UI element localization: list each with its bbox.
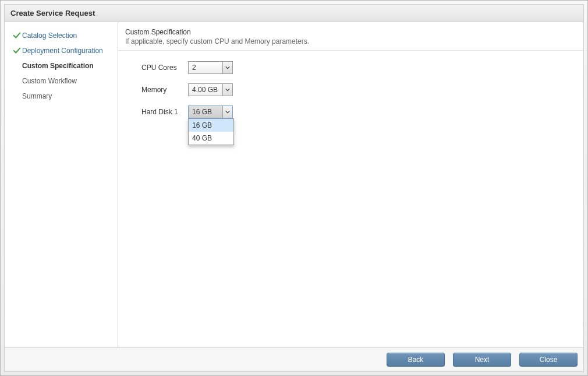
chevron-down-icon <box>222 84 232 96</box>
step-catalog-selection[interactable]: Catalog Selection <box>5 28 118 43</box>
next-button[interactable]: Next <box>453 353 511 367</box>
hard-disk-select[interactable]: 16 GB <box>188 106 233 118</box>
cpu-cores-label: CPU Cores <box>141 64 188 72</box>
step-custom-specification[interactable]: Custom Specification <box>5 58 118 73</box>
window-title-text: Create Service Request <box>10 9 95 17</box>
hard-disk-option[interactable]: 40 GB <box>189 132 233 145</box>
spec-form: CPU Cores 2 Memory 4.00 GB <box>118 51 583 125</box>
wizard-body: Catalog Selection Deployment Configurati… <box>5 22 583 347</box>
cpu-cores-value: 2 <box>189 62 222 73</box>
chevron-down-icon <box>222 62 232 73</box>
row-hard-disk-1: Hard Disk 1 16 GB <box>141 106 576 118</box>
checkmark-icon <box>12 47 22 55</box>
step-label: Custom Specification <box>22 62 94 70</box>
wizard-footer: Back Next Close <box>5 347 583 371</box>
memory-select[interactable]: 4.00 GB <box>188 83 233 96</box>
step-deployment-configuration[interactable]: Deployment Configuration <box>5 43 118 58</box>
step-label: Summary <box>22 92 52 100</box>
step-label: Custom Workflow <box>22 77 77 85</box>
cpu-cores-select[interactable]: 2 <box>188 61 233 74</box>
step-custom-workflow[interactable]: Custom Workflow <box>5 73 118 89</box>
memory-label: Memory <box>141 86 188 94</box>
close-button[interactable]: Close <box>519 353 578 367</box>
hard-disk-option[interactable]: 16 GB <box>189 119 233 132</box>
row-cpu-cores: CPU Cores 2 <box>141 61 576 74</box>
memory-value: 4.00 GB <box>189 84 222 96</box>
option-label: 16 GB <box>192 121 212 129</box>
panel-header: Custom Specification If applicable, spec… <box>118 22 583 51</box>
hard-disk-label: Hard Disk 1 <box>141 108 188 116</box>
button-label: Back <box>408 356 424 364</box>
step-label: Deployment Configuration <box>22 47 103 55</box>
button-label: Close <box>540 356 558 364</box>
back-button[interactable]: Back <box>387 353 445 367</box>
wizard-steps-sidebar: Catalog Selection Deployment Configurati… <box>5 22 118 347</box>
wizard-inner: Create Service Request Catalog Selection… <box>4 4 584 372</box>
window-title: Create Service Request <box>5 5 583 22</box>
wizard-main-panel: Custom Specification If applicable, spec… <box>118 22 583 347</box>
button-label: Next <box>475 356 490 364</box>
step-label: Catalog Selection <box>22 31 77 40</box>
wizard-window: Create Service Request Catalog Selection… <box>0 0 588 376</box>
step-summary[interactable]: Summary <box>5 89 118 104</box>
checkmark-icon <box>12 31 22 40</box>
hard-disk-value: 16 GB <box>189 106 222 118</box>
hard-disk-dropdown: 16 GB 40 GB <box>188 118 234 145</box>
panel-title: Custom Specification <box>125 28 576 36</box>
chevron-down-icon <box>222 106 232 118</box>
row-memory: Memory 4.00 GB <box>141 83 576 96</box>
panel-subtitle: If applicable, specify custom CPU and Me… <box>125 37 576 45</box>
option-label: 40 GB <box>192 134 212 142</box>
